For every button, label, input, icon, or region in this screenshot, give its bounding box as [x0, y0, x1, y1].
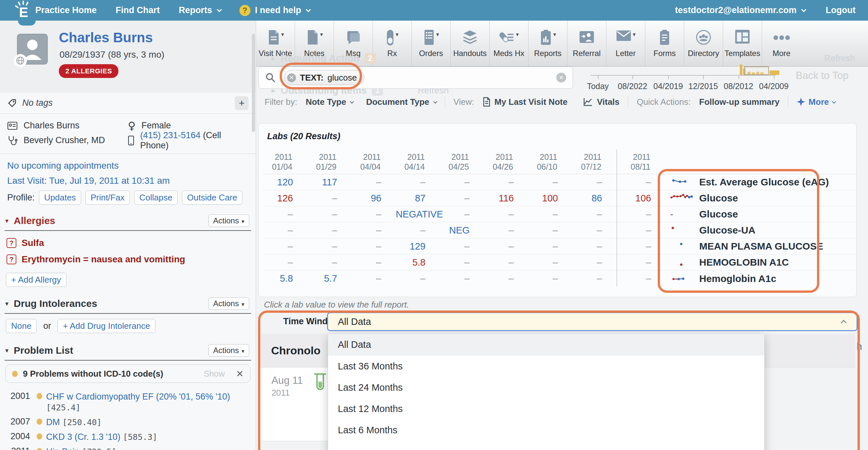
vitals-view[interactable]: Vitals — [583, 97, 619, 107]
profile-outside-care-button[interactable]: Outside Care — [182, 191, 242, 205]
lab-value-cell[interactable]: NEGATIVE — [396, 209, 440, 220]
handouts-button[interactable]: Handouts — [451, 21, 490, 66]
patient-name[interactable]: Charles Burns — [59, 30, 153, 46]
phone-link[interactable]: (415) 231-5164 — [140, 130, 200, 140]
letter-button[interactable]: ▾ Letter — [607, 21, 645, 66]
drug-intolerances-actions-button[interactable]: Actions▾ — [208, 298, 249, 310]
lab-value-cell: – — [484, 209, 528, 220]
logout-button[interactable]: Logout — [826, 5, 856, 16]
account-menu[interactable]: testdoctor2@elationemr.com — [675, 5, 805, 16]
referral-button[interactable]: Referral — [567, 21, 607, 66]
allergies-count-badge[interactable]: 2 ALLERGIES — [59, 64, 118, 78]
alert-show-link[interactable]: Show — [204, 369, 225, 379]
profile-collapse-button[interactable]: Collapse — [134, 191, 178, 205]
time-window-select[interactable]: All Data — [327, 312, 858, 331]
profile-updates-button[interactable]: Updates — [39, 191, 81, 205]
dropdown-option-24-months[interactable]: Last 24 Months — [328, 377, 764, 398]
allergies-section-header: ▾ Allergies Actions▾ — [0, 210, 256, 230]
profile-printfax-button[interactable]: Print/Fax — [85, 191, 130, 205]
problem-link[interactable]: DM — [46, 417, 60, 427]
follow-up-summary-action[interactable]: Follow-up summary — [699, 97, 780, 107]
dropdown-option-12-months[interactable]: Last 12 Months — [328, 398, 764, 420]
lab-value-cell: – — [528, 209, 572, 220]
orders-button[interactable]: ▾ Orders — [412, 21, 451, 66]
nav-reports[interactable]: Reports — [179, 5, 220, 16]
lab-value-cell[interactable]: 100 — [528, 193, 572, 204]
chart-search-bar[interactable]: ✕ TEXT: glucose ✕ — [258, 66, 573, 89]
close-icon[interactable]: ✕ — [236, 368, 244, 379]
lab-value-cell[interactable]: 86 — [572, 193, 617, 204]
document-type-filter[interactable]: Document Type — [366, 97, 436, 107]
lab-value-cell[interactable]: NEG — [440, 225, 484, 236]
templates-button[interactable]: Templates — [723, 21, 762, 66]
collapse-caret-icon[interactable]: ▾ — [5, 300, 8, 308]
logo-tab — [18, 21, 36, 26]
lab-name-label[interactable]: Hemoglobin A1c — [696, 273, 856, 284]
lab-value-cell[interactable]: 120 — [263, 177, 307, 188]
lab-value-cell[interactable]: 117 — [307, 177, 351, 188]
lab-name-label[interactable]: MEAN PLASMA GLUCOSE — [696, 241, 856, 252]
more-button[interactable]: More — [762, 21, 801, 66]
lab-name-label[interactable]: Glucose-UA — [696, 225, 856, 236]
rx-button[interactable]: ▾ Rx — [373, 21, 412, 66]
more-actions[interactable]: More — [797, 97, 835, 107]
allergy-item[interactable]: ? Sulfa — [0, 235, 256, 251]
patient-avatar[interactable] — [17, 34, 48, 64]
lab-value-cell[interactable]: 129 — [396, 241, 440, 252]
chevron-down-icon — [217, 7, 222, 12]
problem-link[interactable]: CKD 3 (Cr. 1.3 '10) — [46, 432, 120, 442]
lab-name-label[interactable]: Glucose — [696, 208, 856, 220]
lab-name-label[interactable]: Glucose — [696, 193, 856, 204]
elation-logo[interactable]: E — [12, 0, 35, 21]
collapse-caret-icon[interactable]: ▾ — [5, 217, 8, 225]
nav-find-chart[interactable]: Find Chart — [116, 5, 160, 16]
add-drug-intolerance-button[interactable]: + Add Drug Intolerance — [58, 319, 155, 333]
add-tag-button[interactable]: + — [235, 96, 249, 110]
last-visit-link[interactable]: Last Visit: Tue, Jul 19, 2011 at 10:31 a… — [7, 175, 249, 186]
note-type-filter[interactable]: Note Type — [306, 97, 353, 107]
patient-details: Charles Burns ♀ Female Beverly Crusher, … — [0, 114, 256, 154]
patient-header: Charles Burns 08/29/1937 (88 yrs, 3 mo) … — [0, 21, 256, 93]
back-to-top-link[interactable]: Back to Top — [796, 70, 848, 82]
lab-result-row: –––5.8–––––HEMOGLOBIN A1C — [263, 254, 856, 271]
chronology-entry[interactable]: Aug 11 2011 — [260, 367, 331, 441]
add-allergy-button[interactable]: + Add Allergy — [6, 273, 66, 287]
forms-button[interactable]: Forms — [645, 21, 684, 66]
nav-help[interactable]: ? I need help — [239, 5, 309, 16]
nav-practice-home[interactable]: Practice Home — [35, 5, 97, 16]
lab-value-cell[interactable]: 126 — [263, 193, 307, 204]
lab-value-cell[interactable]: 116 — [484, 193, 528, 204]
reports-button[interactable]: ▾ Reports — [529, 21, 567, 66]
collapse-caret-icon[interactable]: ▾ — [5, 346, 8, 355]
globe-icon — [14, 54, 27, 67]
meds-hx-button[interactable]: ▾ Meds Hx — [490, 21, 529, 66]
problem-link[interactable]: Hip Pain — [46, 447, 80, 450]
allergies-actions-button[interactable]: Actions▾ — [208, 215, 249, 227]
lab-value-cell[interactable]: 5.8 — [263, 273, 307, 284]
lab-value-cell[interactable]: 106 — [617, 190, 665, 206]
problem-link[interactable]: CHF w Cardiomyopathy EF (20% '01, 56% '1… — [46, 392, 230, 401]
timeline-label: 04/2019 — [649, 82, 688, 91]
allergy-item[interactable]: ? Erythromycin = nausea and vomitting — [0, 251, 256, 268]
upcoming-appointments-link[interactable]: No upcoming appointments — [7, 161, 249, 171]
clear-search-icon[interactable]: ✕ — [556, 73, 566, 83]
my-last-visit-note-view[interactable]: My Last Visit Note — [483, 97, 567, 107]
lab-value-cell[interactable]: 87 — [396, 193, 440, 204]
lab-name-label[interactable]: HEMOGLOBIN A1C — [696, 257, 856, 268]
partial-refresh-link[interactable]: h — [857, 341, 862, 352]
timeline-selection[interactable] — [744, 66, 769, 75]
lab-value-cell[interactable]: 5.7 — [307, 273, 351, 284]
problem-list-actions-button[interactable]: Actions▾ — [208, 344, 249, 357]
lab-value-cell[interactable]: 5.8 — [396, 257, 440, 268]
intolerance-none-button[interactable]: None — [6, 319, 37, 333]
sidebar-scrollbar[interactable] — [252, 34, 255, 132]
search-filter-chip[interactable]: ✕ TEXT: glucose — [284, 70, 364, 85]
lab-value-cell[interactable]: 96 — [351, 193, 396, 204]
lab-value-cell: – — [351, 209, 396, 220]
dropdown-option-6-months[interactable]: Last 6 Months — [328, 420, 764, 441]
dropdown-option-all-data[interactable]: All Data — [328, 334, 764, 356]
remove-chip-icon[interactable]: ✕ — [287, 73, 296, 82]
directory-button[interactable]: Directory — [684, 21, 723, 66]
dropdown-option-36-months[interactable]: Last 36 Months — [328, 356, 764, 377]
lab-name-label[interactable]: Est. Average Glucose (eAG) — [696, 176, 856, 188]
